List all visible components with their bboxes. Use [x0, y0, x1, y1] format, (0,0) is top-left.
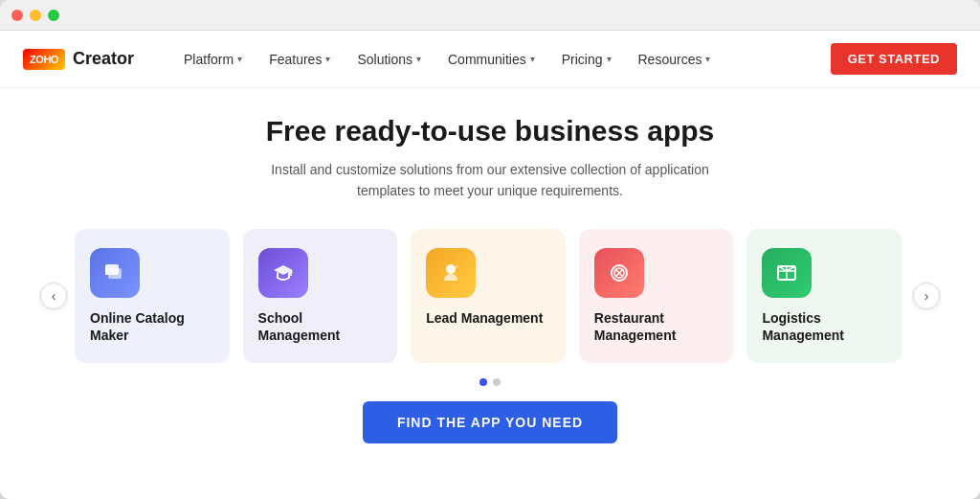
svg-rect-1 [108, 268, 122, 279]
lead-icon [426, 248, 476, 298]
hero-subtitle: Install and customize solutions from our… [260, 159, 720, 202]
logo-text: Creator [73, 49, 134, 69]
restaurant-name: Restaurant Management [594, 309, 719, 344]
catalog-name: Online Catalog Maker [90, 309, 214, 344]
nav-links: Platform ▾ Features ▾ Solutions ▾ Commun… [172, 46, 831, 73]
svg-rect-2 [105, 266, 107, 275]
carousel: ‹ Online Catalog Maker [40, 225, 940, 367]
app-window: ZOHO Creator Platform ▾ Features ▾ Solut… [0, 0, 980, 499]
nav-resources[interactable]: Resources ▾ [627, 46, 723, 73]
nav-communities[interactable]: Communities ▾ [436, 46, 546, 73]
carousel-prev-button[interactable]: ‹ [40, 283, 67, 309]
svg-point-5 [446, 264, 456, 274]
carousel-dot-2[interactable] [493, 378, 501, 386]
navbar: ZOHO Creator Platform ▾ Features ▾ Solut… [0, 31, 980, 88]
chevron-down-icon: ▾ [530, 54, 535, 64]
chevron-down-icon: ▾ [705, 54, 710, 64]
find-btn-row: FIND THE APP YOU NEED [363, 401, 617, 443]
zoho-logo: ZOHO [23, 49, 65, 70]
app-card-restaurant[interactable]: Restaurant Management [579, 229, 734, 363]
get-started-button[interactable]: GET STARTED [831, 43, 957, 75]
find-app-button[interactable]: FIND THE APP YOU NEED [363, 401, 617, 443]
chevron-down-icon: ▾ [237, 54, 242, 64]
nav-pricing[interactable]: Pricing ▾ [550, 46, 623, 73]
nav-solutions[interactable]: Solutions ▾ [345, 46, 433, 73]
carousel-dot-1[interactable] [479, 378, 487, 386]
chevron-down-icon: ▾ [607, 54, 612, 64]
carousel-next-button[interactable]: › [913, 283, 940, 309]
chevron-down-icon: ▾ [325, 54, 330, 64]
logistics-name: Logistics Management [762, 309, 886, 344]
catalog-icon [90, 248, 140, 298]
app-card-lead[interactable]: Lead Management [411, 229, 566, 363]
app-card-school[interactable]: School Management [243, 229, 398, 363]
close-button[interactable] [11, 10, 23, 21]
chevron-down-icon: ▾ [416, 54, 421, 64]
titlebar [0, 0, 980, 31]
restaurant-icon [594, 248, 644, 298]
logistics-icon [762, 248, 812, 298]
logo-area: ZOHO Creator [23, 49, 134, 70]
lead-name: Lead Management [426, 309, 543, 327]
nav-platform[interactable]: Platform ▾ [172, 46, 254, 73]
cards-wrapper: Online Catalog Maker School Management [67, 225, 913, 367]
school-icon [258, 248, 308, 298]
maximize-button[interactable] [48, 10, 59, 21]
main-content: Free ready-to-use business apps Install … [0, 88, 980, 499]
nav-features[interactable]: Features ▾ [257, 46, 342, 73]
app-card-logistics[interactable]: Logistics Management [746, 229, 902, 363]
hero-title: Free ready-to-use business apps [266, 115, 715, 147]
school-name: School Management [258, 309, 383, 344]
app-card-catalog[interactable]: Online Catalog Maker [75, 229, 230, 363]
minimize-button[interactable] [30, 10, 41, 21]
carousel-dots [479, 378, 501, 386]
